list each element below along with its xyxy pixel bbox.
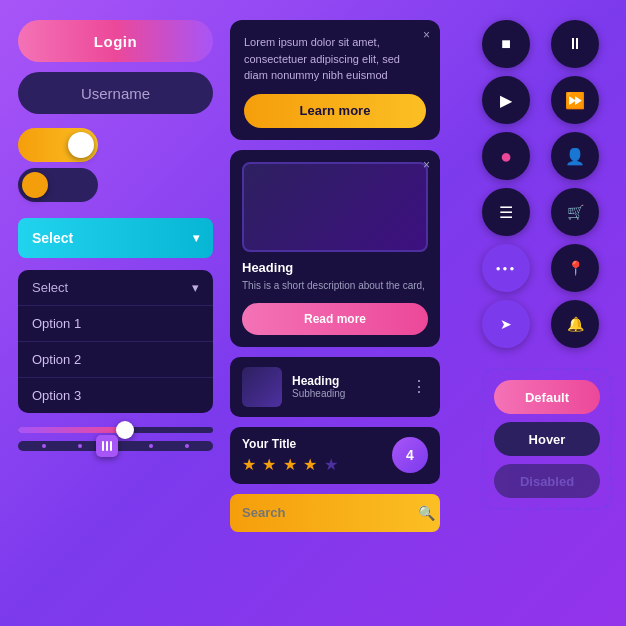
select-label: Select: [32, 230, 73, 246]
list-card: Heading Subheading ⋮: [230, 357, 440, 417]
location-button[interactable]: 📍: [551, 244, 599, 292]
learn-more-button[interactable]: Learn more: [244, 94, 426, 128]
rating-text-group: Your Title ★ ★ ★ ★ ★: [242, 437, 382, 474]
disabled-button: Disabled: [494, 464, 600, 498]
select-button[interactable]: Select ▾: [18, 218, 213, 258]
state-buttons-group: Default Hover Disabled: [482, 368, 612, 510]
cart-button[interactable]: 🛒: [551, 188, 599, 236]
notification-card: × Lorem ipsum dolor sit amet, consectetu…: [230, 20, 440, 140]
star-2: ★: [262, 456, 277, 473]
close-icon[interactable]: ×: [423, 158, 430, 172]
dropdown-option-1[interactable]: Option 1: [18, 306, 213, 342]
rating-card: Your Title ★ ★ ★ ★ ★ 4: [230, 427, 440, 484]
default-button[interactable]: Default: [494, 380, 600, 414]
chevron-down-icon: ▾: [193, 231, 199, 245]
dropdown-header[interactable]: Select ▾: [18, 270, 213, 306]
right-column: ■ ⏸ ▶ ⏩ ● 👤 ☰ 🛒 ●●● 📍 ➤ 🔔 Default Hover …: [482, 20, 612, 510]
dropdown-menu: Select ▾ Option 1 Option 2 Option 3: [18, 270, 213, 413]
user-button[interactable]: 👤: [551, 132, 599, 180]
left-column: Login Username Select ▾ Select ▾ Option …: [18, 20, 213, 451]
dropdown-option-3[interactable]: Option 3: [18, 378, 213, 413]
dropdown-option-2[interactable]: Option 2: [18, 342, 213, 378]
slider-1[interactable]: [18, 427, 213, 433]
bell-button[interactable]: 🔔: [551, 300, 599, 348]
list-thumbnail: [242, 367, 282, 407]
search-input[interactable]: [242, 505, 410, 520]
close-icon[interactable]: ×: [423, 28, 430, 42]
more-button[interactable]: ●●●: [482, 244, 530, 292]
pause-button[interactable]: ⏸: [551, 20, 599, 68]
star-5: ★: [324, 456, 339, 473]
dropdown-header-label: Select: [32, 280, 68, 295]
rating-badge: 4: [392, 437, 428, 473]
toggle-group: [18, 128, 213, 202]
username-button[interactable]: Username: [18, 72, 213, 114]
card-description: This is a short description about the ca…: [242, 279, 428, 293]
fast-forward-button[interactable]: ⏩: [551, 76, 599, 124]
more-options-icon[interactable]: ⋮: [411, 377, 428, 396]
image-card: × Heading This is a short description ab…: [230, 150, 440, 347]
read-more-button[interactable]: Read more: [242, 303, 428, 335]
chevron-down-icon: ▾: [192, 280, 199, 295]
list-subheading: Subheading: [292, 388, 401, 399]
list-heading: Heading: [292, 374, 401, 388]
star-1: ★: [242, 456, 257, 473]
record-button[interactable]: ●: [482, 132, 530, 180]
list-text-group: Heading Subheading: [292, 374, 401, 399]
search-bar[interactable]: 🔍: [230, 494, 440, 532]
middle-column: × Lorem ipsum dolor sit amet, consectetu…: [230, 20, 440, 532]
login-button[interactable]: Login: [18, 20, 213, 62]
send-button[interactable]: ➤: [482, 300, 530, 348]
card-image: [242, 162, 428, 252]
toggle-1[interactable]: [18, 128, 98, 162]
star-rating[interactable]: ★ ★ ★ ★ ★: [242, 455, 382, 474]
star-3: ★: [283, 456, 298, 473]
rating-title: Your Title: [242, 437, 382, 451]
stop-button[interactable]: ■: [482, 20, 530, 68]
hover-button[interactable]: Hover: [494, 422, 600, 456]
toggle-1-thumb: [68, 132, 94, 158]
slider-2[interactable]: [18, 441, 213, 451]
slider-group: [18, 427, 213, 451]
media-icon-grid: ■ ⏸ ▶ ⏩ ● 👤 ☰ 🛒 ●●● 📍 ➤ 🔔: [482, 20, 612, 348]
card-heading: Heading: [242, 260, 428, 275]
toggle-2[interactable]: [18, 168, 98, 202]
star-4: ★: [303, 456, 318, 473]
toggle-2-thumb: [22, 172, 48, 198]
menu-button[interactable]: ☰: [482, 188, 530, 236]
play-button[interactable]: ▶: [482, 76, 530, 124]
search-icon: 🔍: [418, 505, 435, 521]
notification-text: Lorem ipsum dolor sit amet, consectetuer…: [244, 34, 426, 84]
